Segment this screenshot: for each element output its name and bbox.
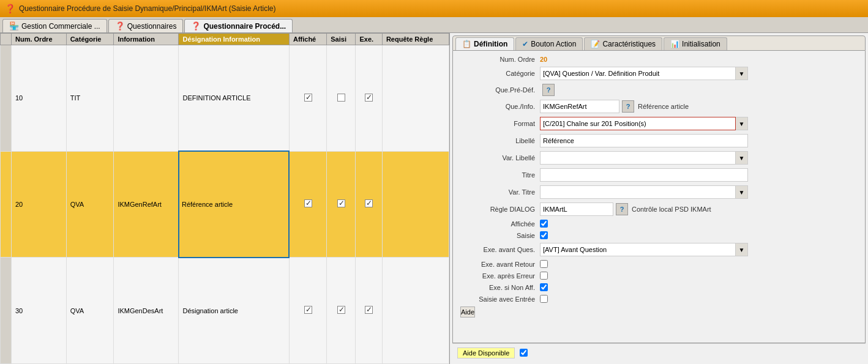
tab-definition-label: Définition: [474, 40, 507, 48]
title-bar: ❓ Questionnaire Procédure de Saisie Dyna…: [0, 0, 868, 17]
format-input[interactable]: [540, 117, 736, 130]
form-row-saisie-avec-entree: Saisie avec Entrée: [460, 295, 858, 303]
tab-gestion-label: Gestion Commerciale ...: [21, 22, 100, 31]
tab-definition[interactable]: 📋 Définition: [455, 37, 514, 50]
num-ordre-value: 20: [540, 56, 547, 63]
aide-button[interactable]: Aide: [460, 306, 475, 318]
form-row-exe-avant-ques: Exe. avant Ques. ▼: [460, 243, 858, 256]
cell-categorie: TIT: [66, 45, 114, 152]
var-libelle-dropdown-btn[interactable]: ▼: [736, 151, 748, 165]
form-row-var-titre: Var. Titre ▼: [460, 185, 858, 199]
cell-saisi: [327, 45, 356, 152]
var-titre-dropdown: ▼: [540, 185, 748, 199]
regle-dialog-question-btn[interactable]: ?: [616, 203, 628, 215]
var-libelle-label: Var. Libellé: [460, 154, 540, 162]
tab-gestion[interactable]: 🏪 Gestion Commerciale ...: [2, 19, 107, 32]
tab-questionnaire-proced[interactable]: ❓ Questionnaire Procéd...: [184, 19, 293, 32]
que-info-input[interactable]: [540, 100, 619, 113]
var-titre-dropdown-btn[interactable]: ▼: [736, 185, 748, 199]
table-row[interactable]: 20 QVA IKMGenRefArt: [1, 151, 449, 258]
titre-label: Titre: [460, 171, 540, 179]
que-info-question-btn[interactable]: ?: [622, 100, 634, 113]
tab-questionnaires-label: Questionnaires: [127, 22, 177, 31]
saisie-checkbox[interactable]: [540, 231, 548, 239]
exe-avant-ques-dropdown-btn[interactable]: ▼: [736, 243, 748, 256]
th-categorie: Catégorie: [66, 34, 114, 45]
table-row[interactable]: 10 TIT DEFINITION ARTICLE: [1, 45, 449, 152]
table-row[interactable]: 30 QVA IKMGenDesArt Désignation article: [1, 258, 449, 364]
var-libelle-input[interactable]: [540, 151, 736, 165]
right-panel: 📋 Définition ✔ Bouton Action 📝 Caractéri…: [450, 33, 868, 364]
que-info-label: Que./Info.: [460, 103, 540, 110]
form-row-format: Format ▼: [460, 117, 858, 130]
saisie-avec-entree-checkbox[interactable]: [540, 295, 548, 303]
format-dropdown: ▼: [540, 117, 748, 130]
var-titre-input[interactable]: [540, 185, 736, 199]
tab-bouton-action-label: Bouton Action: [531, 40, 576, 48]
tab-caracteristiques[interactable]: 📝 Caractéristiques: [584, 37, 662, 50]
cell-exe: [356, 151, 382, 258]
checkbox-saisi: [337, 306, 345, 314]
format-dropdown-btn[interactable]: ▼: [736, 117, 748, 130]
caracteristiques-icon: 📝: [591, 40, 600, 48]
th-num-ordre: Num. Ordre: [12, 34, 67, 45]
aide-disponible-checkbox[interactable]: [520, 349, 528, 357]
exe-si-non-aff-label: Exe. si Non Aff.: [460, 284, 540, 291]
cell-saisi: [327, 258, 356, 364]
libelle-input[interactable]: [540, 134, 748, 147]
tab-bouton-action[interactable]: ✔ Bouton Action: [515, 37, 583, 50]
categorie-label: Catégorie: [460, 70, 540, 77]
form-row-libelle: Libellé: [460, 134, 858, 147]
tab-questionnaires-icon: ❓: [115, 21, 125, 31]
tab-initialisation-label: Initialisation: [682, 40, 720, 48]
right-tab-bar: 📋 Définition ✔ Bouton Action 📝 Caractéri…: [452, 35, 866, 51]
form-row-exe-avant-retour: Exe. avant Retour: [460, 260, 858, 268]
exe-apres-erreur-checkbox[interactable]: [540, 272, 548, 280]
checkbox-saisi: [337, 199, 345, 207]
cell-information: IKMGenDesArt: [114, 258, 179, 364]
tab-gestion-icon: 🏪: [9, 21, 19, 31]
cell-designation: DEFINITION ARTICLE: [179, 45, 289, 152]
form-row-affichee: Affichée: [460, 220, 858, 228]
aide-bar: Aide Disponible: [452, 343, 866, 362]
designation-edit-input[interactable]: [182, 201, 286, 208]
form-row-exe-si-non-aff: Exe. si Non Aff.: [460, 283, 858, 291]
checkbox-exe: [365, 199, 373, 207]
left-panel: Num. Ordre Catégorie Information Désigna…: [0, 33, 450, 364]
num-ordre-label: Num. Ordre: [460, 56, 540, 63]
regle-dialog-input[interactable]: [540, 202, 613, 216]
exe-si-non-aff-checkbox[interactable]: [540, 283, 548, 291]
tab-questionnaire-proced-label: Questionnaire Procéd...: [203, 22, 286, 31]
cell-num-ordre: 30: [12, 258, 67, 364]
exe-avant-retour-checkbox[interactable]: [540, 260, 548, 268]
exe-avant-retour-label: Exe. avant Retour: [460, 261, 540, 268]
categorie-dropdown-btn[interactable]: ▼: [736, 67, 748, 80]
cell-designation-editing[interactable]: [179, 151, 289, 258]
th-saisi: Saisi: [327, 34, 356, 45]
checkbox-saisi: [337, 94, 345, 102]
th-designation: Désignation Information: [179, 34, 289, 45]
tab-questionnaires[interactable]: ❓ Questionnaires: [108, 19, 184, 32]
exe-avant-ques-dropdown: ▼: [540, 243, 748, 256]
tab-initialisation[interactable]: 📊 Initialisation: [664, 37, 727, 50]
form-row-que-info: Que./Info. ? Référence article: [460, 100, 858, 113]
exe-avant-ques-input[interactable]: [540, 243, 736, 256]
categorie-input[interactable]: [540, 67, 736, 80]
right-content: Num. Ordre 20 Catégorie ▼ Que.Pré-Déf. ?…: [452, 51, 866, 343]
saisie-label: Saisie: [460, 232, 540, 239]
th-exe: Exe.: [356, 34, 382, 45]
affichee-checkbox[interactable]: [540, 220, 548, 228]
main-content: Num. Ordre Catégorie Information Désigna…: [0, 33, 868, 364]
form-row-titre: Titre: [460, 168, 858, 182]
titre-input[interactable]: [540, 168, 748, 182]
data-table: Num. Ordre Catégorie Information Désigna…: [0, 33, 449, 364]
th-information: Information: [114, 34, 179, 45]
cell-information: IKMGenRefArt: [114, 151, 179, 258]
tab-questionnaire-proced-icon: ❓: [191, 21, 201, 31]
que-info-text: Référence article: [638, 103, 689, 110]
var-libelle-dropdown: ▼: [540, 151, 748, 165]
que-pre-def-btn[interactable]: ?: [542, 84, 555, 96]
cell-requete: [382, 45, 449, 152]
var-titre-label: Var. Titre: [460, 188, 540, 196]
cell-num-ordre: 20: [12, 151, 67, 258]
